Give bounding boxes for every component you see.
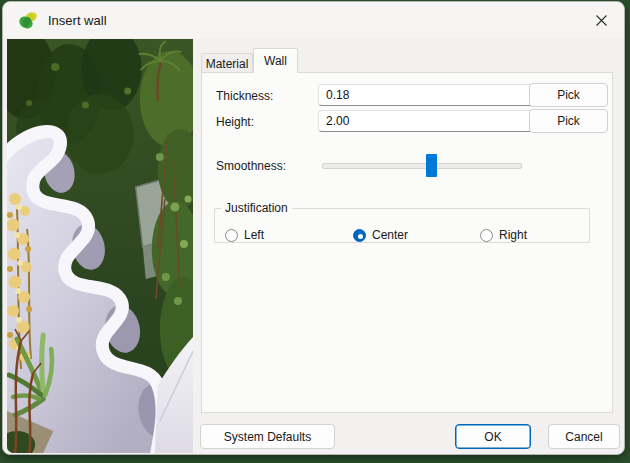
radio-option-center[interactable]: Center	[353, 227, 408, 243]
radio-left-label: Left	[244, 228, 264, 242]
ok-button[interactable]: OK	[455, 424, 531, 449]
tab-material[interactable]: Material	[201, 53, 253, 73]
radio-center-icon	[353, 229, 366, 242]
thickness-label: Thickness:	[216, 89, 273, 103]
justification-group-label: Justification	[221, 201, 292, 215]
close-icon	[595, 14, 608, 27]
tab-page-wall: Thickness: Pick Height: Pick Smoothness:…	[201, 72, 613, 413]
smoothness-slider[interactable]	[322, 163, 522, 169]
wall-photo-illustration	[7, 39, 193, 453]
app-logo-icon	[17, 9, 39, 31]
wall-preview-image	[7, 39, 193, 453]
radio-option-right[interactable]: Right	[480, 227, 527, 243]
slider-thumb[interactable]	[426, 154, 437, 177]
tab-wall-label: Wall	[264, 54, 287, 68]
titlebar: Insert wall	[3, 2, 624, 38]
radio-center-label: Center	[372, 228, 408, 242]
radio-option-left[interactable]: Left	[225, 227, 264, 243]
insert-wall-dialog: Insert wall	[2, 1, 625, 455]
cancel-button[interactable]: Cancel	[548, 424, 620, 449]
window-title: Insert wall	[48, 13, 107, 28]
height-input[interactable]	[318, 110, 537, 132]
thickness-pick-button[interactable]: Pick	[529, 83, 608, 107]
thickness-input[interactable]	[318, 84, 537, 106]
smoothness-label: Smoothness:	[216, 159, 286, 173]
tab-material-label: Material	[206, 57, 249, 71]
radio-left-icon	[225, 229, 238, 242]
height-pick-button[interactable]: Pick	[529, 109, 608, 133]
height-label: Height:	[216, 115, 254, 129]
desktop-background: Insert wall	[0, 0, 630, 463]
close-button[interactable]	[588, 7, 614, 33]
system-defaults-button[interactable]: System Defaults	[200, 424, 335, 449]
radio-right-label: Right	[499, 228, 527, 242]
justification-group: Justification Left Center Right	[214, 201, 590, 243]
tab-wall[interactable]: Wall	[253, 48, 298, 73]
radio-right-icon	[480, 229, 493, 242]
